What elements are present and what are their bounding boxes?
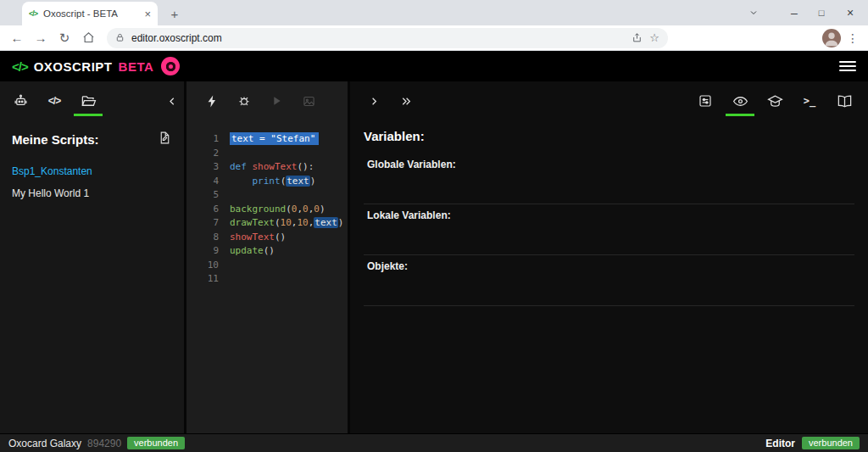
line-number: 10 bbox=[193, 259, 219, 273]
screenshot-icon[interactable] bbox=[297, 81, 320, 120]
line-number: 8 bbox=[193, 231, 219, 245]
inspector-tools-group: >_ bbox=[693, 81, 856, 120]
oxoscript-logo-icon bbox=[161, 57, 180, 75]
logo-beta-label: BETA bbox=[119, 59, 154, 74]
window-close-button[interactable]: × bbox=[837, 0, 863, 25]
code-line[interactable]: 8showText() bbox=[186, 231, 348, 245]
fast-forward-chevrons-icon[interactable] bbox=[394, 81, 418, 120]
window-maximize-button[interactable]: □ bbox=[809, 0, 834, 25]
code-view-icon[interactable]: </> bbox=[42, 81, 66, 120]
variable-section: Globale Variablen: bbox=[364, 153, 854, 204]
main-area: </> Meine Scripts: Bsp1_KonstantenMy Hel… bbox=[0, 81, 868, 433]
code-line[interactable]: 2 bbox=[186, 147, 348, 161]
url-text[interactable]: editor.oxoscript.com bbox=[131, 32, 625, 44]
device-name: Oxocard Galaxy bbox=[8, 438, 81, 449]
browser-menu-icon[interactable]: ⋮ bbox=[844, 31, 861, 45]
inspector-panel: >_ Variablen: Globale Variablen:Lokale V… bbox=[350, 81, 868, 433]
tutorial-cap-icon[interactable] bbox=[763, 81, 787, 120]
variables-view: Variablen: Globale Variablen:Lokale Vari… bbox=[350, 120, 868, 433]
window-minimize-button[interactable]: – bbox=[782, 0, 807, 25]
code-lines: 1text = "Stefan"23def showText():4 print… bbox=[186, 132, 348, 287]
code-line-text: update() bbox=[230, 244, 275, 259]
debug-bug-icon[interactable] bbox=[232, 81, 256, 120]
bookmark-star-icon[interactable]: ☆ bbox=[649, 31, 659, 44]
new-script-icon[interactable] bbox=[158, 131, 172, 148]
code-line[interactable]: 1text = "Stefan" bbox=[186, 132, 348, 147]
variable-section-heading: Lokale Variablen: bbox=[367, 209, 851, 221]
address-bar[interactable]: editor.oxoscript.com ☆ bbox=[107, 28, 668, 48]
browser-window: </> Oxoscript - BETA × + – □ × ← → ↻ edi… bbox=[0, 0, 868, 452]
code-line[interactable]: 9update() bbox=[186, 244, 348, 259]
code-line-text: background(0,0,0) bbox=[230, 203, 326, 217]
inspector-toolbar: >_ bbox=[350, 81, 868, 120]
tab-title: Oxoscript - BETA bbox=[43, 8, 138, 19]
editor-status-badge: verbunden bbox=[802, 437, 860, 449]
code-editor[interactable]: 1text = "Stefan"23def showText():4 print… bbox=[186, 120, 348, 433]
code-line-text: print(text) bbox=[230, 175, 315, 189]
scripts-panel: </> Meine Scripts: Bsp1_KonstantenMy Hel… bbox=[0, 81, 184, 433]
docs-book-icon[interactable] bbox=[832, 81, 856, 120]
window-chevron-down-icon[interactable] bbox=[741, 0, 766, 25]
line-number: 4 bbox=[193, 175, 219, 189]
browser-tab[interactable]: </> Oxoscript - BETA × bbox=[22, 2, 158, 25]
code-line[interactable]: 4 print(text) bbox=[186, 175, 348, 189]
files-folder-icon[interactable] bbox=[76, 81, 100, 120]
code-line[interactable]: 10 bbox=[186, 259, 348, 273]
share-icon[interactable] bbox=[632, 32, 643, 43]
settings-sliders-icon[interactable] bbox=[693, 81, 717, 120]
code-line[interactable]: 3def showText(): bbox=[186, 160, 348, 175]
variable-section-heading: Objekte: bbox=[367, 260, 851, 272]
terminal-icon[interactable]: >_ bbox=[798, 81, 821, 120]
code-line[interactable]: 5 bbox=[186, 188, 348, 203]
lock-icon bbox=[115, 33, 125, 42]
status-bar: Oxocard Galaxy 894290 verbunden Editor v… bbox=[0, 433, 868, 452]
variables-title: Variablen: bbox=[364, 129, 854, 143]
home-button[interactable] bbox=[78, 28, 98, 48]
code-line[interactable]: 6background(0,0,0) bbox=[186, 203, 348, 217]
line-number: 7 bbox=[193, 216, 219, 231]
play-icon[interactable] bbox=[264, 81, 288, 120]
refresh-button[interactable]: ↻ bbox=[54, 28, 75, 48]
variable-section: Objekte: bbox=[364, 255, 854, 306]
logo-code-icon: </> bbox=[12, 59, 28, 74]
forward-button[interactable]: → bbox=[31, 28, 51, 48]
scripts-list-body: Meine Scripts: Bsp1_KonstantenMy Hello W… bbox=[0, 120, 184, 220]
code-line[interactable]: 11 bbox=[186, 272, 348, 287]
variable-section: Lokale Variablen: bbox=[364, 204, 854, 255]
editor-toolbar bbox=[186, 81, 348, 120]
scripts-header: Meine Scripts: bbox=[12, 131, 172, 148]
hamburger-menu-icon[interactable] bbox=[839, 61, 856, 71]
logo-text: OXOSCRIPT bbox=[34, 59, 113, 74]
script-item[interactable]: My Hello World 1 bbox=[12, 187, 172, 199]
line-number: 2 bbox=[193, 147, 219, 161]
variable-section-heading: Globale Variablen: bbox=[367, 159, 851, 170]
back-button[interactable]: ← bbox=[7, 28, 27, 48]
line-number: 5 bbox=[193, 188, 219, 203]
editor-panel: 1text = "Stefan"23def showText():4 print… bbox=[186, 81, 348, 433]
profile-avatar[interactable] bbox=[822, 29, 841, 47]
scripts-toolbar: </> bbox=[0, 81, 184, 120]
app-header: </> OXOSCRIPT BETA bbox=[0, 51, 868, 81]
new-tab-button[interactable]: + bbox=[166, 7, 183, 21]
variables-eye-icon[interactable] bbox=[728, 81, 752, 120]
code-line-text: drawText(10,10,text) bbox=[230, 216, 343, 231]
step-chevron-icon[interactable] bbox=[362, 81, 386, 120]
script-item[interactable]: Bsp1_Konstanten bbox=[12, 165, 172, 177]
device-id: 894290 bbox=[87, 438, 121, 449]
code-line-text: def showText(): bbox=[230, 160, 314, 175]
editor-label: Editor bbox=[765, 438, 795, 449]
run-flash-icon[interactable] bbox=[200, 81, 224, 120]
collapse-sidebar-icon[interactable] bbox=[160, 81, 184, 120]
line-number: 6 bbox=[193, 203, 219, 217]
inspector-sections: Globale Variablen:Lokale Variablen:Objek… bbox=[364, 153, 854, 306]
browser-titlebar: </> Oxoscript - BETA × + – □ × bbox=[0, 0, 868, 25]
device-icon[interactable] bbox=[8, 81, 32, 120]
code-line-text: showText() bbox=[230, 231, 286, 245]
line-number: 1 bbox=[193, 132, 219, 147]
line-number: 3 bbox=[193, 160, 219, 175]
code-line[interactable]: 7drawText(10,10,text) bbox=[186, 216, 348, 231]
device-status-badge: verbunden bbox=[127, 437, 185, 449]
line-number: 9 bbox=[193, 244, 219, 259]
tab-close-icon[interactable]: × bbox=[144, 8, 151, 20]
scripts-title: Meine Scripts: bbox=[12, 132, 158, 147]
